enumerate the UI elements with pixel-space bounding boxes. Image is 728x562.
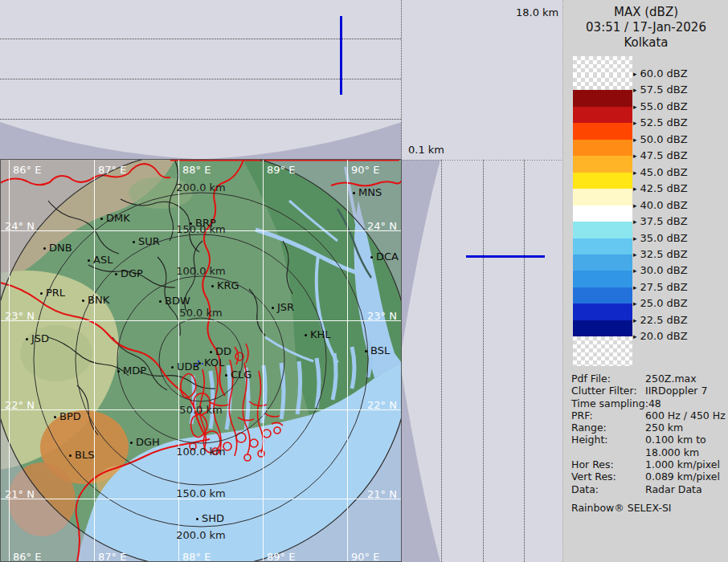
range-ring-label-top: 100.0 km (165, 265, 237, 277)
map-overlay: 86° E86° E87° E87° E88° E88° E89° E89° E… (0, 120, 402, 562)
longitude-label-bottom: 90° E (351, 551, 379, 562)
tick-arrow-icon: ▸ (633, 267, 637, 275)
city-marker-clg (225, 374, 227, 377)
scale-band (573, 156, 632, 173)
metadata-value: 600 Hz / 450 Hz (645, 409, 726, 422)
city-label-kol: KOL (204, 356, 224, 369)
metadata-row: Height:0.100 km to (571, 434, 727, 446)
tick-arrow-icon: ▸ (633, 169, 637, 177)
tick-arrow-icon: ▸ (633, 250, 637, 259)
metadata-value: IIRDoppler 7 (645, 385, 707, 397)
city-label-sur: SUR (138, 235, 160, 247)
city-label-krg: KRG (217, 279, 239, 291)
city-marker-shd (196, 518, 198, 520)
metadata-row: Data:Radar Data (571, 483, 727, 495)
max-echo-marker-horizontal (466, 255, 545, 258)
city-marker-asl (88, 259, 90, 262)
scale-tick-label: ▸37.5 dBZ (633, 215, 688, 227)
city-label-bdw: BDW (165, 295, 190, 307)
longitude-label-bottom: 88° E (182, 551, 211, 562)
side-panel-wedges (402, 160, 562, 562)
scale-tick-label: ▸52.5 dBZ (633, 116, 688, 128)
metadata-value: 250 km (645, 422, 683, 434)
city-label-clg: CLG (231, 369, 252, 381)
legend-header: MAX (dBZ) 03:51 / 17-Jan-2026 Kolkata (563, 5, 728, 51)
city-label-mns: MNS (358, 186, 382, 198)
scale-tick-label: ▸57.5 dBZ (633, 83, 688, 96)
radar-site-marker (198, 360, 199, 362)
city-label-bnk: BNK (88, 294, 109, 306)
city-label-bpd: BPD (59, 410, 81, 422)
city-label-bls: BLS (75, 449, 94, 461)
scale-band (573, 271, 632, 287)
city-marker-krg (211, 285, 214, 287)
radar-site-marker (202, 363, 203, 364)
scale-band (573, 238, 632, 255)
scale-band (573, 107, 632, 124)
city-marker-jsd (26, 338, 28, 340)
scale-band (573, 320, 632, 337)
tick-arrow-icon: ▸ (633, 218, 637, 226)
scale-band (573, 287, 632, 304)
tick-arrow-icon: ▸ (633, 136, 637, 144)
city-label-jsd: JSD (31, 332, 49, 344)
metadata-value: Radar Data (645, 483, 702, 495)
top-height-axis-label: 18.0 km (516, 6, 558, 18)
scale-band-above-max (573, 56, 632, 75)
city-marker-brp (190, 222, 192, 225)
range-ring-label-top: 200.0 km (165, 181, 237, 193)
latitude-label-right: 22° N (367, 399, 397, 411)
longitude-label-top: 86° E (13, 164, 41, 176)
scale-tick-label: ▸27.5 dBZ (633, 281, 688, 293)
scale-band (573, 222, 632, 238)
metadata-row: Pdf File:250Z.max (571, 373, 727, 385)
longitude-label-bottom: 89° E (267, 551, 295, 562)
city-marker-dmk (100, 218, 103, 220)
height-gridline (524, 160, 525, 562)
tick-arrow-icon: ▸ (633, 70, 637, 78)
scale-tick-label: ▸42.5 dBZ (633, 182, 688, 194)
city-marker-prl (40, 292, 43, 295)
metadata-value: 48 (648, 397, 661, 409)
side-height-axis-label: 0.1 km (408, 144, 444, 156)
city-marker-khl (305, 334, 307, 336)
metadata-row: 18.000 km (571, 446, 727, 458)
range-ring-label-bottom: 100.0 km (165, 446, 237, 458)
latitude-label-right: 21° N (367, 488, 397, 500)
tick-arrow-icon: ▸ (633, 299, 637, 307)
tick-arrow-icon: ▸ (633, 316, 637, 324)
city-label-prl: PRL (46, 287, 65, 299)
height-gridline (441, 160, 442, 562)
tick-arrow-icon: ▸ (633, 86, 637, 94)
metadata-value: 18.000 km (645, 446, 699, 458)
city-marker-dnb (43, 247, 46, 250)
range-ring-label-top: 50.0 km (165, 307, 237, 319)
height-gridline (0, 119, 401, 120)
scale-band (573, 123, 632, 140)
longitude-label-top: 87° E (98, 164, 126, 176)
tick-arrow-icon: ▸ (633, 152, 637, 160)
longitude-label-bottom: 87° E (98, 551, 126, 562)
tick-arrow-icon: ▸ (633, 234, 637, 242)
product-metadata: Pdf File:250Z.maxClutter Filter:IIRDoppl… (571, 373, 727, 514)
metadata-label: Time sampling: (571, 397, 648, 409)
station-name: Kolkata (563, 35, 728, 51)
city-label-udb: UDB (177, 360, 199, 373)
side-cross-section-panel (402, 160, 562, 562)
city-label-mdp: MDP (123, 364, 146, 377)
city-marker-bsl (365, 350, 367, 352)
city-label-bsl: BSL (370, 344, 390, 356)
city-marker-sur (133, 241, 135, 243)
scale-tick-label: ▸22.5 dBZ (633, 314, 688, 326)
radar-application-window: { "header": { "product": "MAX (dBZ)", "d… (0, 0, 728, 562)
scale-tick-label: ▸32.5 dBZ (633, 248, 688, 260)
longitude-label-top: 88° E (182, 164, 211, 176)
city-marker-jsr (272, 307, 274, 309)
city-marker-dd (210, 351, 212, 353)
longitude-label-bottom: 86° E (13, 551, 41, 562)
longitude-label-top: 89° E (267, 164, 295, 176)
scale-band (573, 206, 632, 222)
legend-panel: MAX (dBZ) 03:51 / 17-Jan-2026 Kolkata ▸6… (562, 0, 728, 562)
height-gridline (483, 160, 484, 562)
metadata-value: 1.000 km/pixel (645, 458, 720, 470)
